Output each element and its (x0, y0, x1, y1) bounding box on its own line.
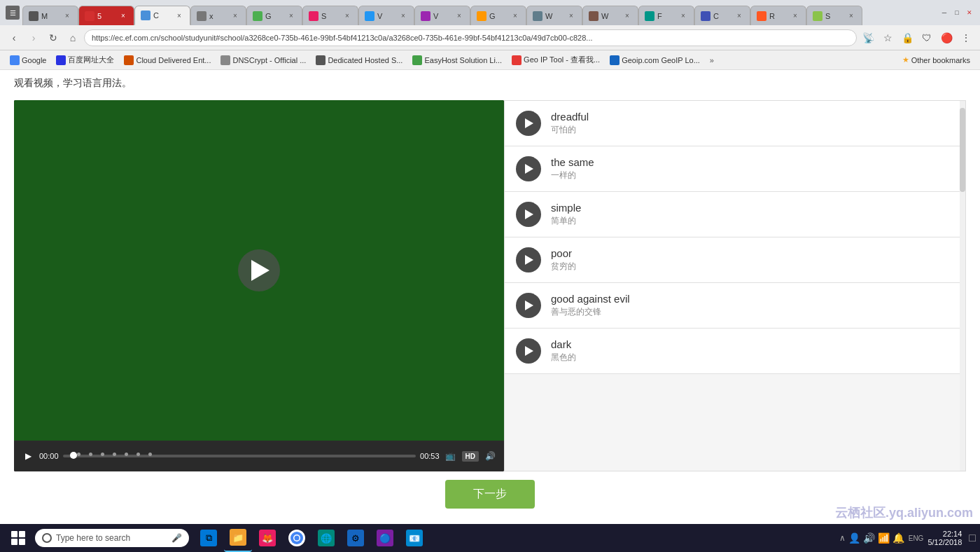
tab-close-4[interactable]: × (286, 11, 296, 21)
word-play-button-good-vs-evil[interactable] (516, 293, 541, 318)
home-button[interactable]: ⌂ (64, 29, 81, 46)
menu-button[interactable]: ⋮ (958, 29, 974, 46)
tab-close-7[interactable]: × (454, 11, 464, 21)
app3-icon: ⚙ (347, 530, 364, 546)
taskbar-item-explorer[interactable]: 📁 (224, 524, 252, 552)
tab-ef[interactable]: 5 × (78, 6, 134, 25)
bookmark-favicon-baidu (56, 55, 66, 65)
close-button[interactable]: ✕ (965, 8, 974, 18)
minimize-button[interactable]: ─ (939, 8, 949, 18)
tab-close-3[interactable]: × (230, 11, 240, 21)
tab-close-14[interactable]: × (846, 11, 856, 21)
forward-button[interactable]: › (25, 29, 42, 46)
microphone-icon[interactable]: 🎤 (172, 533, 182, 543)
reload-button[interactable]: ↻ (45, 29, 62, 46)
start-button[interactable] (4, 524, 32, 552)
word-play-button-poor[interactable] (516, 247, 541, 272)
tab-12[interactable]: C × (694, 6, 750, 25)
tab-favicon-14 (813, 11, 822, 21)
tab-close-8[interactable]: × (510, 11, 520, 21)
tab-1[interactable]: M × (22, 6, 78, 25)
window-menu-icon[interactable]: ☰ (6, 6, 20, 20)
tab-10[interactable]: W × (582, 6, 638, 25)
tab-13[interactable]: R × (750, 6, 806, 25)
progress-dots (63, 453, 416, 456)
action-center-icon[interactable]: □ (969, 532, 976, 544)
bookmark-easyhost[interactable]: EasyHost Solution Li... (408, 54, 506, 67)
taskbar-item-app5[interactable]: 📧 (400, 524, 428, 552)
video-play-button[interactable] (238, 249, 280, 291)
taskbar-item-chrome[interactable] (283, 524, 311, 552)
tab-close-9[interactable]: × (566, 11, 576, 21)
extension-icon-3[interactable]: 🔴 (938, 29, 955, 46)
scrollbar-thumb[interactable] (960, 108, 965, 192)
word-play-button-dreadful[interactable] (516, 111, 541, 136)
bookmarks-more-button[interactable]: » (706, 55, 718, 66)
taskview-button[interactable]: ⧉ (195, 524, 223, 552)
word-play-triangle-icon-6 (525, 346, 533, 356)
tab-4[interactable]: G × (246, 6, 302, 25)
tab-close-10[interactable]: × (622, 11, 632, 21)
tab-title-11: F (657, 12, 676, 20)
tab-11[interactable]: F × (638, 6, 694, 25)
taskbar-item-app1[interactable]: 🦊 (253, 524, 281, 552)
bookmark-dedicated[interactable]: Dedicated Hosted S... (312, 54, 407, 67)
maximize-button[interactable]: □ (952, 8, 962, 18)
tray-up-arrow[interactable]: ∧ (839, 533, 846, 543)
tab-14[interactable]: S × (806, 6, 862, 25)
taskbar-item-app2[interactable]: 🌐 (312, 524, 340, 552)
bookmark-label-google: Google (22, 56, 46, 64)
word-play-button-dark[interactable] (516, 338, 541, 364)
tab-6[interactable]: V × (358, 6, 414, 25)
twitch-icon[interactable]: 📺 (444, 449, 458, 463)
address-bar[interactable]: https://ec.ef.com.cn/school/studyunit#sc… (84, 29, 857, 46)
tab-title-12: C (713, 12, 732, 20)
next-button[interactable]: 下一步 (445, 480, 535, 509)
progress-bar[interactable] (63, 455, 416, 457)
tab-favicon-3 (197, 11, 206, 21)
speaker-icon[interactable]: 🔊 (863, 532, 875, 544)
tab-close-11[interactable]: × (678, 11, 688, 21)
notification-icon[interactable]: 🔔 (892, 532, 904, 544)
start-square-3 (11, 539, 18, 545)
bookmark-icon[interactable]: ☆ (879, 29, 896, 46)
other-bookmarks[interactable]: ★ Other bookmarks (898, 54, 974, 66)
tab-close-active[interactable]: × (174, 11, 184, 20)
tab-close-ef[interactable]: × (118, 11, 128, 21)
system-tray: ∧ 👤 🔊 📶 🔔 (839, 532, 904, 544)
tab-9[interactable]: W × (526, 6, 582, 25)
tab-close-13[interactable]: × (790, 11, 800, 21)
bookmark-google[interactable]: Google (6, 54, 50, 67)
bookmark-office[interactable]: Cloud Delivered Ent... (120, 54, 215, 67)
tab-7[interactable]: V × (414, 6, 470, 25)
taskbar-search-bar[interactable]: Type here to search 🎤 (35, 529, 189, 547)
tab-5[interactable]: S × (302, 6, 358, 25)
bookmark-geoip2[interactable]: Geoip.com GeoIP Lo... (606, 54, 704, 67)
tab-8[interactable]: G × (470, 6, 526, 25)
taskbar: Type here to search 🎤 ⧉ 📁 🦊 (0, 524, 980, 552)
hd-button[interactable]: HD (462, 451, 479, 462)
tab-active[interactable]: C × (134, 6, 190, 25)
word-play-button-the-same[interactable] (516, 156, 541, 181)
tab-3[interactable]: x × (190, 6, 246, 25)
tab-close-6[interactable]: × (398, 11, 408, 21)
video-screen[interactable] (14, 100, 504, 441)
bookmark-dnscrypt[interactable]: DNSCrypt - Official ... (216, 54, 310, 67)
taskbar-item-app3[interactable]: ⚙ (342, 524, 370, 552)
taskbar-item-app4[interactable]: 🔵 (371, 524, 399, 552)
word-list-scroll[interactable]: dreadful 可怕的 the same 一样的 (505, 101, 965, 471)
extension-icon[interactable]: 🔒 (899, 29, 916, 46)
extension-icon-2[interactable]: 🛡 (918, 29, 935, 46)
tab-close-5[interactable]: × (342, 11, 352, 21)
tab-title-7: V (433, 12, 451, 20)
word-play-button-simple[interactable] (516, 202, 541, 227)
tab-close-12[interactable]: × (734, 11, 744, 21)
bookmark-baidu[interactable]: 百度网址大全 (52, 53, 118, 67)
bookmark-geoip[interactable]: Geo IP Tool - 查看我... (507, 53, 604, 67)
tab-close-1[interactable]: × (62, 11, 72, 21)
cast-icon[interactable]: 📡 (860, 29, 876, 46)
tab-favicon-7 (421, 11, 430, 21)
play-pause-button[interactable]: ▶ (21, 451, 35, 461)
back-button[interactable]: ‹ (6, 29, 22, 46)
volume-icon[interactable]: 🔊 (483, 449, 497, 463)
